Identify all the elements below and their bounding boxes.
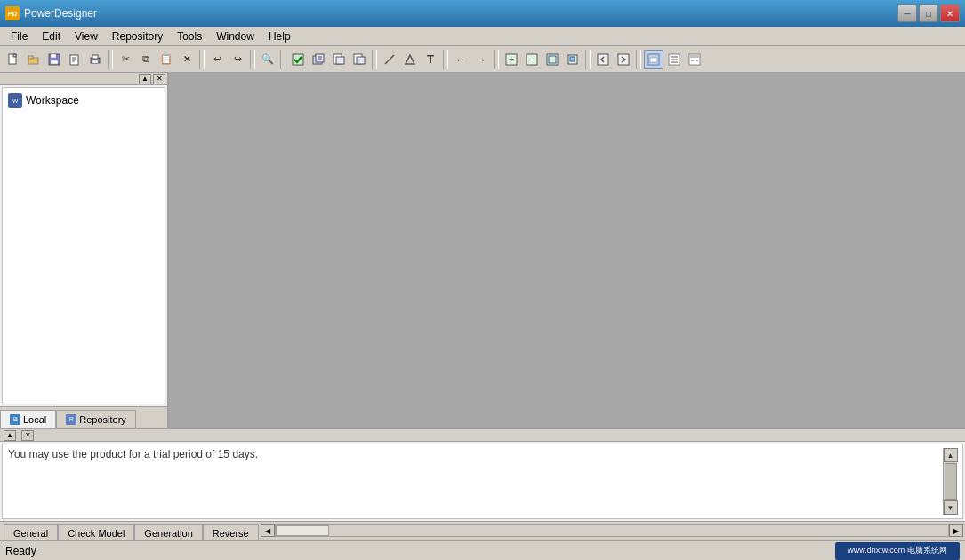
tree-item-workspace[interactable]: W Workspace [6,92,161,109]
bottom-scroll-thumb[interactable] [276,525,329,536]
app-icon: PD [5,6,20,20]
redo-button[interactable]: ↪ [228,50,247,69]
zoom-out-button[interactable]: - [522,50,542,69]
main-area: ▲ ✕ W Workspace 🖥 Local R Repository [0,73,965,428]
update-button[interactable]: ↑ [350,50,369,69]
tab-reverse[interactable]: Reverse [203,524,259,540]
minimize-button[interactable]: ─ [897,4,917,22]
fit-button[interactable] [543,50,562,69]
bottom-scroll-track [275,524,949,537]
new-button[interactable] [4,50,23,69]
tab-check-model[interactable]: Check Model [58,524,134,540]
canvas-area [169,73,965,428]
close-model-button[interactable] [65,50,84,69]
svg-rect-32 [570,57,575,61]
draw-shape-button[interactable] [400,50,420,69]
output-resize-btn[interactable]: ▲ [4,430,16,441]
generate-button[interactable] [309,50,328,69]
reverse-button[interactable] [329,50,349,69]
toolbar-sep-6 [443,50,448,69]
status-bar: Ready www.dnxtw.com 电脑系统网 [0,540,965,560]
toolbar: ✂ ⧉ 📋 ✕ ↩ ↪ 🔍 ↑ T ← → + - [0,46,965,73]
panel-close-btn[interactable]: ✕ [153,74,165,84]
output-content: You may use the product for a trial peri… [2,444,963,519]
svg-rect-36 [650,58,657,62]
svg-rect-42 [690,55,699,58]
menu-bar: File Edit View Repository Tools Window H… [0,27,965,46]
menu-window[interactable]: Window [209,28,261,44]
toolbar-sep-9 [636,50,641,69]
diagram-view-button[interactable] [644,50,663,69]
nav-forward-button[interactable]: → [471,50,491,69]
watermark-box: www.dnxtw.com 电脑系统网 [835,542,960,560]
svg-text:+: + [509,54,514,64]
panel-resize-btn[interactable]: ▲ [139,74,151,84]
window-controls: ─ □ ✕ [897,4,960,22]
left-panel-header: ▲ ✕ [0,73,167,85]
toolbar-sep-1 [108,50,113,69]
save-button[interactable] [44,50,64,69]
menu-tools[interactable]: Tools [170,28,209,44]
scroll-thumb[interactable] [945,463,957,500]
prev-page-button[interactable] [593,50,613,69]
svg-marker-24 [406,55,414,64]
toolbar-sep-7 [494,50,499,69]
toolbar-sep-4 [280,50,285,69]
text-tool-button[interactable]: T [421,50,440,69]
tab-repository[interactable]: R Repository [56,410,136,428]
tab-generation[interactable]: Generation [134,524,202,540]
fit-selection-button[interactable] [563,50,583,69]
bottom-tabs: General Check Model Generation Reverse ◀… [0,521,965,540]
menu-file[interactable]: File [4,28,35,44]
zoom-in-button[interactable]: + [502,50,521,69]
svg-rect-33 [598,54,608,65]
close-button[interactable]: ✕ [940,4,960,22]
toolbar-sep-2 [199,50,205,69]
local-tab-icon: 🖥 [10,414,20,425]
menu-help[interactable]: Help [261,28,298,44]
toolbar-sep-8 [585,50,591,69]
copy-button[interactable]: ⧉ [136,50,156,69]
cut-button[interactable]: ✂ [116,50,135,69]
tab-local[interactable]: 🖥 Local [0,410,56,428]
workspace-icon: W [8,93,22,108]
toolbar-sep-3 [250,50,255,69]
menu-repository[interactable]: Repository [105,28,170,44]
title-bar: PD PowerDesigner ─ □ ✕ [0,0,965,27]
toolbar-sep-5 [372,50,377,69]
svg-rect-34 [618,54,629,65]
property-view-button[interactable] [685,50,704,69]
svg-rect-5 [51,60,58,64]
undo-button[interactable]: ↩ [207,50,227,69]
tab-general[interactable]: General [4,524,58,540]
svg-rect-2 [28,56,33,59]
scroll-down-arrow[interactable]: ▼ [944,500,958,515]
svg-rect-12 [92,60,98,63]
output-close-btn[interactable]: ✕ [21,430,34,441]
list-view-button[interactable] [664,50,684,69]
find-button[interactable]: 🔍 [258,50,277,69]
menu-view[interactable]: View [68,28,105,44]
watermark-area: www.dnxtw.com 电脑系统网 [835,542,960,560]
svg-rect-13 [293,54,303,65]
status-text: Ready [5,545,421,557]
restore-button[interactable]: □ [919,4,938,22]
left-panel-tabs: 🖥 Local R Repository [0,406,167,428]
svg-text:-: - [530,54,533,64]
bottom-scroll-left[interactable]: ◀ [261,524,275,537]
nav-back-button[interactable]: ← [451,50,470,69]
svg-text:↑: ↑ [358,58,361,63]
check-model-button[interactable] [288,50,308,69]
draw-line-button[interactable] [380,50,399,69]
open-button[interactable] [24,50,44,69]
print-button[interactable] [85,50,105,69]
bottom-scroll-right[interactable]: ▶ [949,524,963,537]
window-title: PowerDesigner [24,7,897,20]
output-scrollbar[interactable]: ▲ ▼ [943,448,957,515]
scroll-up-arrow[interactable]: ▲ [944,448,958,462]
delete-button[interactable]: ✕ [177,50,197,69]
menu-edit[interactable]: Edit [35,28,68,44]
next-page-button[interactable] [614,50,633,69]
output-panel: ▲ ✕ You may use the product for a trial … [0,428,965,521]
paste-button[interactable]: 📋 [157,50,176,69]
